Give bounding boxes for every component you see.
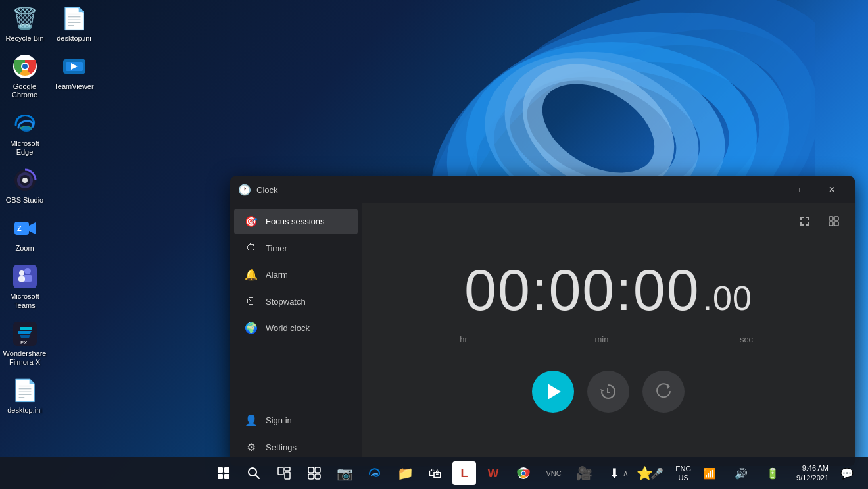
play-icon xyxy=(548,384,561,399)
teams-label: Microsoft Teams xyxy=(3,292,47,309)
svg-rect-42 xyxy=(224,474,229,479)
svg-rect-32 xyxy=(834,217,838,220)
clock-display[interactable]: 9:46 AM 9/12/2021 xyxy=(796,463,829,484)
svg-point-18 xyxy=(22,178,28,183)
focus-icon: 🎯 xyxy=(245,215,258,228)
svg-rect-33 xyxy=(829,222,833,226)
reset-button[interactable] xyxy=(642,371,685,413)
teams-image xyxy=(12,263,38,290)
stopwatch-labels: hr min sec xyxy=(398,334,819,344)
nav-stopwatch[interactable]: ⏲ Stopwatch xyxy=(234,289,358,314)
nav-timer[interactable]: ⏱ Timer xyxy=(234,236,358,261)
microsoft-edge-icon[interactable]: Microsoft Edge xyxy=(0,105,49,162)
svg-rect-46 xyxy=(285,467,290,471)
svg-rect-41 xyxy=(218,474,223,479)
svg-rect-50 xyxy=(308,474,314,479)
window-controls: — □ ✕ xyxy=(756,179,847,200)
window-title: Clock xyxy=(256,185,751,195)
svg-rect-47 xyxy=(285,472,290,479)
google-chrome-icon[interactable]: Google Chrome xyxy=(0,48,49,105)
settings-label: Settings xyxy=(266,442,297,452)
alarm-label: Alarm xyxy=(266,270,288,280)
sec-label: sec xyxy=(674,334,819,344)
vnc-taskbar[interactable]: VNC xyxy=(541,460,567,486)
teamviewer-label: TeamViewer xyxy=(54,82,93,91)
recycle-bin-image: 🗑️ xyxy=(12,5,38,32)
desktop-icons: 🗑️ Recycle Bin 📄 desktop.ini xyxy=(0,0,99,420)
extra-icons xyxy=(794,211,844,232)
filmora-label: Wondershare Filmora X xyxy=(3,349,47,367)
svg-rect-45 xyxy=(278,467,283,475)
stopwatch-controls xyxy=(532,371,685,413)
teamviewer-icon[interactable]: TeamViewer xyxy=(49,48,99,105)
play-button[interactable] xyxy=(532,371,574,413)
volume-button[interactable]: 🔊 xyxy=(728,460,754,486)
svg-rect-37 xyxy=(607,392,610,393)
svg-text:Z: Z xyxy=(17,224,22,232)
svg-rect-25 xyxy=(18,276,25,282)
world-icon: 🌍 xyxy=(245,322,258,334)
desktop-ini-bottom-icon[interactable]: 📄 desktop.ini xyxy=(0,372,49,420)
min-label: min xyxy=(529,334,674,344)
svg-marker-28 xyxy=(18,331,32,334)
w-app-taskbar[interactable]: W xyxy=(480,460,506,486)
camera-taskbar[interactable]: 📷 xyxy=(331,460,358,486)
svg-rect-13 xyxy=(68,72,80,74)
teams-icon[interactable]: Microsoft Teams xyxy=(0,258,49,315)
l-app-taskbar[interactable]: L xyxy=(452,461,476,485)
file-explorer-taskbar[interactable]: 📁 xyxy=(392,460,418,486)
notification-button[interactable]: 💬 xyxy=(834,460,860,486)
desktop-ini-bottom-image: 📄 xyxy=(12,377,38,403)
network-button[interactable]: 📶 xyxy=(696,460,723,486)
expand-icon-button[interactable] xyxy=(794,211,815,232)
search-button[interactable] xyxy=(241,460,267,486)
nav-sign-in[interactable]: 👤 Sign in xyxy=(234,407,358,433)
signin-icon: 👤 xyxy=(245,414,258,426)
nav-focus-sessions[interactable]: 🎯 Focus sessions xyxy=(234,209,358,234)
chrome-taskbar[interactable] xyxy=(510,460,537,486)
svg-rect-49 xyxy=(315,467,320,473)
close-button[interactable]: ✕ xyxy=(817,179,847,200)
stopwatch-hours: 00:00:00 xyxy=(464,257,700,324)
window-titlebar: 🕐 Clock — □ ✕ xyxy=(230,176,855,203)
desktop-ini-top-icon[interactable]: 📄 desktop.ini xyxy=(49,0,99,48)
clock-nav: 🎯 Focus sessions ⏱ Timer 🔔 Alarm xyxy=(230,203,362,466)
filmora-icon[interactable]: FX Wondershare Filmora X xyxy=(0,315,49,372)
svg-point-22 xyxy=(24,268,31,274)
svg-marker-38 xyxy=(667,384,670,389)
edge-taskbar[interactable] xyxy=(362,460,388,486)
stopwatch-content: 00:00:00 .00 hr min sec xyxy=(362,203,855,466)
store-taskbar[interactable]: 🛍 xyxy=(422,460,448,486)
compact-icon-button[interactable] xyxy=(823,211,844,232)
nav-settings[interactable]: ⚙ Settings xyxy=(234,434,358,460)
task-view-button[interactable] xyxy=(271,460,297,486)
svg-rect-48 xyxy=(308,467,314,473)
signin-label: Sign in xyxy=(266,415,292,425)
recycle-bin-icon[interactable]: 🗑️ Recycle Bin xyxy=(0,0,49,48)
minimize-button[interactable]: — xyxy=(756,179,786,200)
desktop-ini-bottom-label: desktop.ini xyxy=(7,406,42,415)
language-indicator[interactable]: ENGUS xyxy=(675,464,691,483)
window-body: 🎯 Focus sessions ⏱ Timer 🔔 Alarm xyxy=(230,203,855,466)
alarm-icon: 🔔 xyxy=(245,269,258,281)
start-button[interactable] xyxy=(210,460,237,486)
battery-indicator[interactable]: 🔋 xyxy=(760,460,786,486)
maximize-button[interactable]: □ xyxy=(786,179,817,200)
nav-world-clock[interactable]: 🌍 World clock xyxy=(234,315,358,341)
download-taskbar[interactable]: ⬇ xyxy=(601,460,627,486)
nav-alarm[interactable]: 🔔 Alarm xyxy=(234,262,358,288)
svg-text:FX: FX xyxy=(20,340,28,346)
obs-studio-icon[interactable]: OBS Studio xyxy=(0,162,49,210)
svg-rect-39 xyxy=(218,467,223,473)
reset-icon xyxy=(654,382,673,401)
svg-rect-34 xyxy=(834,222,838,226)
camera2-taskbar[interactable]: 🎥 xyxy=(571,460,597,486)
svg-rect-31 xyxy=(829,217,833,220)
zoom-icon[interactable]: Z Zoom xyxy=(0,210,49,258)
widgets-button[interactable] xyxy=(301,460,327,486)
lap-button[interactable] xyxy=(587,371,629,413)
star-taskbar[interactable]: ⭐ xyxy=(631,460,658,486)
settings-icon: ⚙ xyxy=(245,441,258,453)
desktop-ini-top-label: desktop.ini xyxy=(57,34,91,43)
svg-marker-27 xyxy=(20,327,32,330)
